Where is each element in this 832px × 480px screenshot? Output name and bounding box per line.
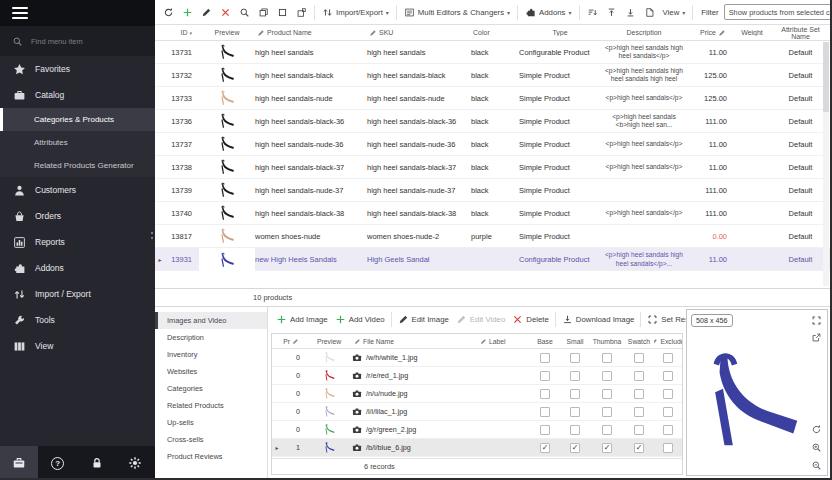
checkbox[interactable]: [570, 353, 580, 363]
checkbox[interactable]: [570, 407, 580, 417]
panel-splitter[interactable]: [151, 232, 155, 239]
catalog-mode-button[interactable]: [0, 446, 38, 480]
help-button[interactable]: ?: [39, 446, 77, 480]
search-products-button[interactable]: [236, 3, 253, 21]
checkbox[interactable]: [570, 389, 580, 399]
copy-button[interactable]: [255, 3, 272, 21]
report-button[interactable]: [641, 3, 658, 21]
checkbox[interactable]: ✓: [634, 443, 644, 453]
checkbox[interactable]: [602, 371, 612, 381]
edit-image-button[interactable]: Edit Image: [395, 311, 452, 329]
table-row[interactable]: 13733high heel sandals-nudehigh heel san…: [155, 87, 830, 110]
table-row[interactable]: ▸13931new High Heels SandalsHigh Geels S…: [155, 248, 830, 271]
image-row[interactable]: 0/n/u/nude.jpg: [272, 385, 682, 403]
lock-button[interactable]: [78, 446, 116, 480]
checkbox[interactable]: [634, 425, 644, 435]
checkbox[interactable]: [540, 407, 550, 417]
duplicate-button[interactable]: [293, 3, 310, 21]
sidebar-item-catalog[interactable]: Catalog: [0, 82, 155, 108]
add-image-button[interactable]: Add Image: [273, 311, 331, 329]
sidebar-item-attributes[interactable]: Attributes: [0, 131, 155, 154]
sidebar-item-related-products-generator[interactable]: Related Products Generator: [0, 154, 155, 177]
addons-menu[interactable]: Addons▾: [522, 3, 574, 21]
table-row[interactable]: 13736high heel sandals-black-36high heel…: [155, 110, 830, 133]
add-video-button[interactable]: Add Video: [332, 311, 388, 329]
col-img-preview[interactable]: Preview: [306, 338, 352, 345]
table-row[interactable]: 13732high heel sandals-blackhigh heel sa…: [155, 64, 830, 87]
checkbox[interactable]: [634, 389, 644, 399]
checkbox[interactable]: ✓: [540, 443, 550, 453]
col-color[interactable]: Color: [471, 29, 519, 36]
tab-images-and-video[interactable]: Images and Video: [155, 312, 267, 329]
col-price[interactable]: Price: [687, 29, 733, 37]
col-product-name[interactable]: Product Name: [255, 29, 367, 37]
col-small[interactable]: Small: [560, 338, 590, 345]
checkbox[interactable]: [663, 425, 673, 435]
table-row[interactable]: 13738high heel sandals-black-37high heel…: [155, 156, 830, 179]
open-external-button[interactable]: [811, 332, 822, 343]
checkbox[interactable]: [540, 425, 550, 435]
fullscreen-button[interactable]: [811, 315, 822, 326]
col-sku[interactable]: SKU: [367, 29, 471, 37]
tab-description[interactable]: Description: [155, 329, 267, 346]
zoom-out-button[interactable]: [811, 460, 822, 471]
checkbox[interactable]: [663, 443, 673, 453]
checkbox[interactable]: [663, 371, 673, 381]
table-row[interactable]: 13740high heel sandals-black-38high heel…: [155, 202, 830, 225]
col-thumbnail[interactable]: Thumbna: [590, 338, 624, 345]
checkbox[interactable]: [602, 407, 612, 417]
tab-related-products[interactable]: Related Products: [155, 397, 267, 414]
import-export-menu[interactable]: Import/Export▾: [319, 3, 392, 21]
tab-cross-sells[interactable]: Cross-sells: [155, 431, 267, 448]
rotate-button[interactable]: [811, 424, 822, 435]
edit-product-button[interactable]: [198, 3, 215, 21]
col-type[interactable]: Type: [519, 29, 601, 36]
table-row[interactable]: 13817women shoes-nudewomen shoes-nude-2p…: [155, 225, 830, 248]
sidebar-item-favorites[interactable]: Favorites: [0, 56, 155, 82]
checkbox[interactable]: [663, 353, 673, 363]
hamburger-menu-icon[interactable]: [12, 7, 28, 19]
checkbox[interactable]: [540, 371, 550, 381]
grid-scrollbar[interactable]: [823, 42, 829, 286]
zoom-in-button[interactable]: [811, 442, 822, 453]
image-row[interactable]: 0/w/h/white_1.jpg: [272, 349, 682, 367]
tab-websites[interactable]: Websites: [155, 363, 267, 380]
col-attribute-set[interactable]: Attribute Set Name: [771, 26, 830, 40]
tab-inventory[interactable]: Inventory: [155, 346, 267, 363]
col-file-name[interactable]: File Name: [352, 338, 478, 345]
checkbox[interactable]: [634, 407, 644, 417]
delete-image-button[interactable]: Delete: [509, 311, 552, 329]
edit-video-button[interactable]: Edit Video: [453, 311, 508, 329]
paste-button[interactable]: [274, 3, 291, 21]
checkbox[interactable]: [602, 353, 612, 363]
col-label[interactable]: Label: [478, 338, 530, 345]
checkbox[interactable]: [540, 389, 550, 399]
table-row[interactable]: 13739high heel sandals-nude-37high heel …: [155, 179, 830, 202]
col-id[interactable]: ID▾: [165, 29, 199, 36]
col-weight[interactable]: Weight: [733, 29, 771, 36]
tab-product-reviews[interactable]: Product Reviews: [155, 448, 267, 465]
checkbox[interactable]: [602, 389, 612, 399]
sidebar-item-reports[interactable]: Reports: [0, 229, 155, 255]
sidebar-search[interactable]: Find menu item: [0, 26, 155, 56]
col-swatch[interactable]: Swatch: [624, 338, 654, 345]
sidebar-item-import-export[interactable]: Import / Export: [0, 281, 155, 307]
refresh-button[interactable]: [160, 3, 177, 21]
col-preview[interactable]: Preview: [199, 29, 255, 36]
image-row[interactable]: 0/l/i/lilac_1.jpg: [272, 403, 682, 421]
col-base[interactable]: Base: [530, 338, 560, 345]
multi-editors-menu[interactable]: Multi Editors & Changers▾: [401, 3, 513, 21]
tab-up-sells[interactable]: Up-sells: [155, 414, 267, 431]
delete-product-button[interactable]: [217, 3, 234, 21]
collapse-all-button[interactable]: [622, 3, 639, 21]
image-row[interactable]: ▸1/b/l/blue_6.jpg✓✓✓✓: [272, 439, 682, 457]
checkbox[interactable]: [634, 371, 644, 381]
sidebar-item-tools[interactable]: Tools: [0, 307, 155, 333]
col-pr[interactable]: Pr: [282, 338, 306, 345]
add-product-button[interactable]: [179, 3, 196, 21]
table-row[interactable]: 13731high heel sandalshigh heel sandalsb…: [155, 41, 830, 64]
col-exclude[interactable]: Exclude: [654, 338, 682, 345]
checkbox[interactable]: [663, 407, 673, 417]
checkbox[interactable]: [634, 353, 644, 363]
sidebar-item-addons[interactable]: Addons: [0, 255, 155, 281]
